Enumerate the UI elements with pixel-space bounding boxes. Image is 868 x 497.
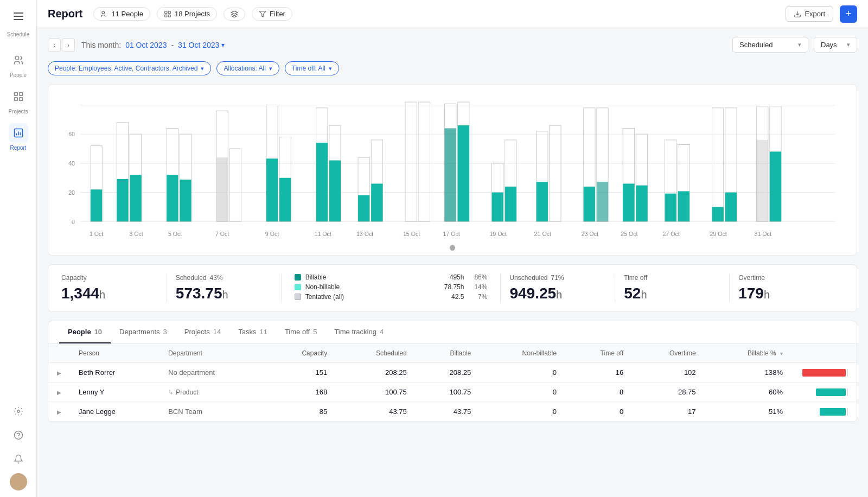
capacity-beth: 151 <box>265 363 336 383</box>
scheduled-beth: 208.25 <box>336 363 416 383</box>
nav-arrows: ‹ › <box>48 39 75 52</box>
sidebar-item-report[interactable]: Report <box>0 119 36 155</box>
days-chevron-icon: ▾ <box>847 41 850 48</box>
days-select[interactable]: Days ▾ <box>814 37 857 53</box>
billable-color <box>295 274 301 281</box>
help-icon[interactable] <box>9 425 28 445</box>
col-time-off[interactable]: Time off <box>565 344 632 363</box>
tab-departments[interactable]: Departments 3 <box>111 321 176 343</box>
date-controls: ‹ › This month: 01 Oct 2023 - 31 Oct 202… <box>48 37 857 53</box>
svg-text:27 Oct: 27 Oct <box>662 231 680 238</box>
non-billable-beth: 0 <box>480 363 565 383</box>
bar-vis-beth <box>802 369 846 377</box>
svg-text:1 Oct: 1 Oct <box>90 231 104 238</box>
time-off-stat: Time off 52h <box>615 274 730 302</box>
svg-rect-82 <box>725 193 737 222</box>
notification-icon[interactable] <box>9 449 28 469</box>
billable-lenny: 100.75 <box>416 383 480 402</box>
user-avatar[interactable] <box>10 473 27 490</box>
date-range: This month: 01 Oct 2023 - 31 Oct 2023 ▾ <box>81 41 225 49</box>
settings-icon[interactable] <box>9 402 28 421</box>
tab-people[interactable]: People 10 <box>59 321 111 343</box>
table-wrapper: Person Department Capacity Scheduled Bil… <box>48 344 857 422</box>
allocations-filter-pill[interactable]: Allocations: All ▾ <box>216 61 279 75</box>
overtime-stat: Overtime 179h <box>730 274 844 302</box>
main-content: Report 11 People 18 Projects Filter <box>37 0 868 497</box>
bar-vis-lenny <box>816 388 846 396</box>
scheduled-chevron-icon: ▾ <box>798 41 801 48</box>
svg-rect-34 <box>130 175 142 221</box>
svg-text:17 Oct: 17 Oct <box>443 231 460 238</box>
svg-rect-38 <box>180 180 191 221</box>
svg-rect-54 <box>405 102 417 221</box>
time-off-beth: 16 <box>565 363 632 383</box>
svg-rect-65 <box>550 125 561 221</box>
time-off-jane: 0 <box>565 402 632 422</box>
expand-lenny[interactable]: ▶ <box>57 390 61 396</box>
prev-arrow[interactable]: ‹ <box>48 39 61 52</box>
svg-marker-17 <box>231 11 238 14</box>
add-button[interactable]: + <box>840 5 857 23</box>
billable-pct-beth: 138% <box>705 363 792 383</box>
projects-badge[interactable]: 18 Projects <box>157 7 217 21</box>
billable-pct-lenny: 60% <box>705 383 792 402</box>
svg-point-103 <box>450 245 455 251</box>
col-non-billable[interactable]: Non-billable <box>480 344 565 363</box>
scheduled-value: 573.75h <box>176 285 272 302</box>
col-department[interactable]: Department <box>159 344 265 363</box>
tab-time-off[interactable]: Time off 5 <box>276 321 326 343</box>
next-arrow[interactable]: › <box>62 39 75 52</box>
filter-badge[interactable]: Filter <box>252 7 292 21</box>
svg-rect-45 <box>279 178 291 222</box>
bar-divider-beth <box>847 369 848 377</box>
overtime-label: Overtime <box>738 274 835 282</box>
capacity-label: Capacity <box>61 274 158 282</box>
col-overtime[interactable]: Overtime <box>632 344 704 363</box>
time-off-lenny: 8 <box>565 383 632 402</box>
tab-projects[interactable]: Projects 14 <box>176 321 229 343</box>
svg-rect-51 <box>358 195 369 221</box>
table-row: ▶ Lenny Y ↳ Product 168 100.75 100.75 <box>48 383 857 402</box>
sidebar-item-people[interactable]: People <box>0 46 36 82</box>
svg-text:9 Oct: 9 Oct <box>265 231 279 238</box>
billable-beth: 208.25 <box>416 363 480 383</box>
chart-svg: 0 20 40 60 <box>59 93 846 251</box>
col-sort-icon[interactable]: ▾ <box>780 351 783 356</box>
svg-rect-4 <box>14 93 17 96</box>
export-button[interactable]: Export <box>786 6 833 22</box>
svg-text:15 Oct: 15 Oct <box>403 231 420 238</box>
sidebar-item-projects[interactable]: Projects <box>0 82 36 119</box>
col-billable[interactable]: Billable <box>416 344 480 363</box>
legend-non-billable: Non-billable 78.75h 14% <box>295 283 488 291</box>
col-person[interactable]: Person <box>70 344 159 363</box>
capacity-value: 1,344h <box>61 285 158 302</box>
bar-vis-jane <box>820 408 846 416</box>
projects-badge-icon <box>164 10 171 18</box>
col-capacity[interactable]: Capacity <box>265 344 336 363</box>
page-content: ‹ › This month: 01 Oct 2023 - 31 Oct 202… <box>37 28 868 497</box>
sub-dept-arrow-icon: ↳ <box>168 388 174 396</box>
hamburger-icon[interactable] <box>8 5 29 27</box>
layers-badge[interactable] <box>224 8 245 21</box>
person-jane: Jane Legge <box>70 402 159 422</box>
people-filter-pill[interactable]: People: Employees, Active, Contractors, … <box>48 61 211 75</box>
expand-jane[interactable]: ▶ <box>57 409 61 415</box>
people-badge-icon <box>100 10 108 18</box>
svg-text:5 Oct: 5 Oct <box>168 231 182 238</box>
expand-beth[interactable]: ▶ <box>57 370 61 376</box>
col-scheduled[interactable]: Scheduled <box>336 344 416 363</box>
tab-tasks[interactable]: Tasks 11 <box>229 321 276 343</box>
date-end-dropdown[interactable]: 31 Oct 2023 ▾ <box>178 41 225 49</box>
people-table: Person Department Capacity Scheduled Bil… <box>48 344 857 422</box>
tab-time-tracking[interactable]: Time tracking 4 <box>326 321 392 343</box>
people-badge[interactable]: 11 People <box>93 7 150 21</box>
bar-chart: 0 20 40 60 <box>59 93 846 251</box>
filter-label: Filter <box>270 10 285 18</box>
people-badge-label: 11 People <box>111 10 143 18</box>
unscheduled-label: Unscheduled 71% <box>509 274 606 282</box>
scheduled-select[interactable]: Scheduled ▾ <box>732 37 808 53</box>
svg-text:19 Oct: 19 Oct <box>489 231 507 238</box>
view-controls: Scheduled ▾ Days ▾ <box>732 37 857 53</box>
time-off-filter-pill[interactable]: Time off: All ▾ <box>285 61 339 75</box>
col-billable-pct[interactable]: Billable % ▾ <box>705 344 792 363</box>
